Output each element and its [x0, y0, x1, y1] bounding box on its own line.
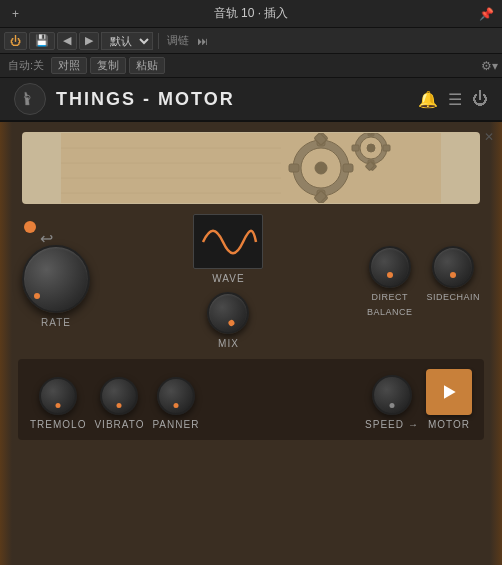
- vibrato-container: VIBRATO: [94, 377, 144, 430]
- panner-label: PANNER: [152, 419, 199, 430]
- plugin-title: THINGS - MOTOR: [56, 89, 418, 110]
- copy-button[interactable]: 复制: [90, 57, 126, 74]
- sidechain-label: SIDECHAIN: [426, 292, 480, 303]
- center-controls: WAVE MIX: [193, 214, 263, 349]
- balance-controls: DIRECT BALANCE SIDECHAIN: [367, 246, 480, 318]
- panner-knob[interactable]: [157, 377, 195, 415]
- plugin-window: THINGS - MOTOR 🔔 ☰ ⏻ ✕: [0, 78, 502, 565]
- speed-label: SPEED: [365, 419, 404, 430]
- speed-dot: [389, 403, 394, 408]
- pin-icon[interactable]: 📌: [479, 7, 494, 21]
- link-label: 调链: [164, 33, 192, 48]
- gear-display: [22, 132, 480, 204]
- speed-knob[interactable]: [372, 375, 412, 415]
- motor-button[interactable]: [426, 369, 472, 415]
- paste-button[interactable]: 粘贴: [129, 57, 165, 74]
- corner-x: ✕: [484, 130, 494, 144]
- top-bar: + 音轨 10 · 插入 📌: [0, 0, 502, 28]
- plugin-header: THINGS - MOTOR 🔔 ☰ ⏻: [0, 78, 502, 122]
- svg-rect-7: [289, 164, 299, 172]
- motor-container: MOTOR: [426, 369, 472, 430]
- match-button[interactable]: 对照: [51, 57, 87, 74]
- sidechain-knob[interactable]: [432, 246, 474, 288]
- plugin-inner: ↩ RATE WAVE: [18, 132, 484, 555]
- svg-point-15: [367, 144, 375, 152]
- wave-display[interactable]: [193, 214, 263, 269]
- link-icon: ⏭: [194, 35, 211, 47]
- tremolo-label: TREMOLO: [30, 419, 86, 430]
- menu-icon[interactable]: ☰: [448, 90, 462, 109]
- wave-label: WAVE: [212, 273, 244, 284]
- rate-knob-dot: [34, 293, 40, 299]
- power-icon[interactable]: ⏻: [472, 90, 488, 108]
- svg-point-4: [315, 162, 327, 174]
- direct-dot: [387, 272, 393, 278]
- mix-label: MIX: [218, 338, 239, 349]
- motor-label: MOTOR: [428, 419, 470, 430]
- vibrato-dot: [117, 403, 122, 408]
- rate-label: RATE: [41, 317, 71, 328]
- panner-dot: [173, 403, 178, 408]
- svg-marker-28: [444, 385, 456, 398]
- orange-indicator: [24, 221, 36, 233]
- gear-icon[interactable]: ⚙▾: [481, 59, 498, 73]
- svg-rect-19: [383, 145, 390, 151]
- mix-knob[interactable]: [207, 292, 249, 334]
- rate-knob[interactable]: [22, 245, 90, 313]
- balance-label: BALANCE: [367, 307, 413, 318]
- speed-motor-section: SPEED →: [365, 375, 418, 430]
- sidechain-knob-container: SIDECHAIN: [426, 246, 480, 318]
- svg-rect-18: [352, 145, 359, 151]
- svg-rect-8: [343, 164, 353, 172]
- bottom-panel: TREMOLO VIBRATO PANNER: [18, 359, 484, 440]
- toolbar-row2: 自动:关 对照 复制 粘贴 ⚙▾: [0, 54, 502, 78]
- header-icons: 🔔 ☰ ⏻: [418, 90, 488, 109]
- mix-knob-dot: [228, 319, 236, 327]
- speed-row: SPEED →: [365, 419, 418, 430]
- main-controls: ↩ RATE WAVE: [18, 214, 484, 349]
- direct-label: DIRECT: [371, 292, 408, 303]
- vibrato-label: VIBRATO: [94, 419, 144, 430]
- automate-label: 自动:关: [4, 58, 48, 73]
- save-button[interactable]: 💾: [29, 32, 55, 50]
- window-title: 音轨 10 · 插入: [29, 5, 473, 22]
- next-button[interactable]: ▶: [79, 32, 99, 50]
- separator: [158, 33, 159, 49]
- panner-container: PANNER: [152, 377, 199, 430]
- plugin-body: ✕: [0, 122, 502, 565]
- prev-button[interactable]: ◀: [57, 32, 77, 50]
- vibrato-knob[interactable]: [100, 377, 138, 415]
- preset-select[interactable]: 默认: [101, 32, 153, 50]
- speed-container: SPEED →: [365, 375, 418, 430]
- tremolo-dot: [56, 403, 61, 408]
- add-button[interactable]: +: [8, 5, 23, 23]
- tremolo-knob[interactable]: [39, 377, 77, 415]
- speed-arrow: →: [408, 419, 418, 430]
- direct-knob-container: DIRECT BALANCE: [367, 246, 413, 318]
- power-button[interactable]: ⏻: [4, 32, 27, 50]
- toolbar-row1: ⏻ 💾 ◀ ▶ 默认 调链 ⏭: [0, 28, 502, 54]
- tremolo-container: TREMOLO: [30, 377, 86, 430]
- direct-knob[interactable]: [369, 246, 411, 288]
- plugin-logo: [14, 83, 46, 115]
- sidechain-dot: [450, 272, 456, 278]
- bell-icon[interactable]: 🔔: [418, 90, 438, 109]
